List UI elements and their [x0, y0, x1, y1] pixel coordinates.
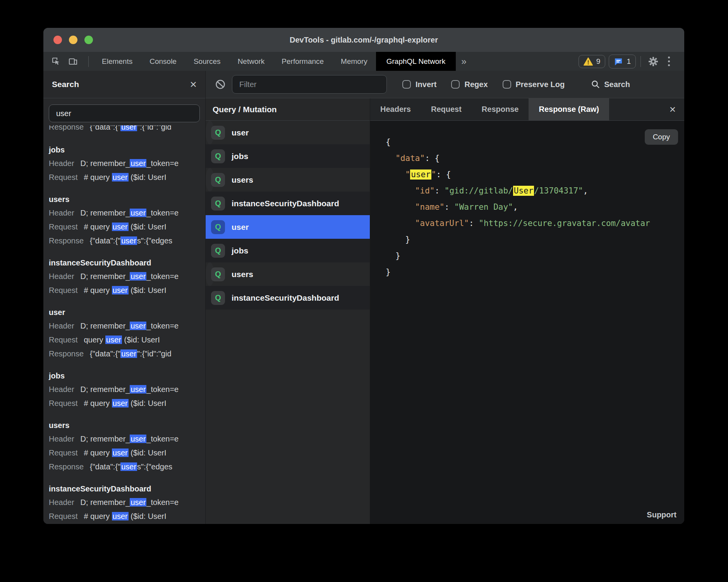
- more-tabs-icon[interactable]: »: [456, 56, 472, 67]
- json-token: "https://secure.gravatar.com/avatar: [479, 219, 650, 228]
- network-section: InvertRegexPreserve Log Search Query / M…: [206, 71, 684, 524]
- result-text: D; remember_: [81, 322, 130, 330]
- search-result-line[interactable]: Request# query user ($id: UserI: [49, 220, 205, 234]
- search-pane-close-icon[interactable]: ×: [190, 79, 197, 90]
- inspect-element-icon[interactable]: [50, 55, 63, 68]
- query-row-user[interactable]: Quser: [206, 121, 214, 144]
- support-link[interactable]: Support: [647, 510, 676, 519]
- search-result-line[interactable]: Request# query user ($id: UserI: [49, 396, 205, 410]
- query-type-badge: Q: [211, 267, 225, 281]
- query-row-users[interactable]: Qusers: [206, 168, 214, 192]
- json-token: "Warren Day": [454, 202, 513, 212]
- search-result-line[interactable]: Request# query user ($id: UserI: [49, 446, 205, 460]
- search-result-line[interactable]: HeaderD; remember_user_token=e: [49, 206, 205, 220]
- search-match-highlight: user: [130, 209, 146, 217]
- tab-graphql-network[interactable]: GraphQL Network: [376, 52, 456, 71]
- tab-memory[interactable]: Memory: [332, 52, 376, 71]
- tab-console[interactable]: Console: [141, 52, 185, 71]
- details-tab-response-raw[interactable]: Response (Raw): [529, 98, 609, 120]
- result-line-label: Request: [49, 223, 78, 231]
- json-token: }: [386, 251, 400, 260]
- search-result-group-title[interactable]: jobs: [49, 369, 205, 382]
- search-result-line[interactable]: Request# query user ($id: UserI: [49, 509, 205, 523]
- minimize-window-button[interactable]: [69, 36, 77, 44]
- search-match-highlight: user: [130, 498, 146, 507]
- devtools-tabbar: ElementsConsoleSourcesNetworkPerformance…: [43, 52, 684, 71]
- query-row-instancesecuritydashboard[interactable]: QinstanceSecurityDashboard: [206, 192, 370, 215]
- filter-checkboxes: InvertRegexPreserve Log: [402, 80, 579, 89]
- search-result-line[interactable]: Response{"data":{"users":{"edges: [49, 234, 205, 248]
- checkbox-regex-box[interactable]: [451, 80, 460, 89]
- warning-icon: [584, 57, 593, 66]
- search-result-group-title[interactable]: user: [49, 306, 205, 319]
- search-result-line[interactable]: Request# query user ($id: UserI: [49, 283, 205, 297]
- search-result-line[interactable]: Request# query user ($id: UserI: [49, 170, 205, 184]
- checkbox-preserve-log[interactable]: Preserve Log: [503, 80, 565, 89]
- settings-gear-icon[interactable]: [646, 55, 661, 68]
- search-result-group-title[interactable]: instanceSecurityDashboard: [49, 256, 205, 269]
- query-row-label: jobs: [232, 246, 248, 255]
- more-options-icon[interactable]: [661, 55, 676, 68]
- result-text: # query: [84, 286, 112, 294]
- json-token: "avatarUrl": [415, 219, 469, 228]
- search-result-line[interactable]: Response{"data":{"user":{"id":"gid: [49, 125, 205, 134]
- filter-input[interactable]: [232, 75, 387, 94]
- close-window-button[interactable]: [53, 36, 62, 44]
- copy-button[interactable]: Copy: [645, 129, 678, 145]
- query-row-instancesecuritydashboard[interactable]: QinstanceSecurityDashboard: [206, 286, 370, 310]
- search-pane: Search × Response{"data":{"user":{"id":"…: [43, 71, 206, 524]
- checkbox-preserve-log-box[interactable]: [503, 80, 511, 89]
- checkbox-invert-box[interactable]: [402, 80, 411, 89]
- issues-badge[interactable]: 1: [609, 55, 636, 68]
- search-result-line[interactable]: HeaderD; remember_user_token=e: [49, 382, 205, 396]
- window-title: DevTools - gitlab.com/-/graphql-explorer: [290, 36, 438, 45]
- json-line: {: [386, 134, 684, 150]
- details-tab-request[interactable]: Request: [421, 98, 472, 120]
- search-input[interactable]: [49, 104, 200, 122]
- result-text: # query: [84, 512, 112, 520]
- result-text: ($id: UserI: [129, 286, 167, 294]
- result-text: _token=e: [146, 498, 179, 507]
- search-result-line[interactable]: HeaderD; remember_user_token=e: [49, 432, 205, 446]
- maximize-window-button[interactable]: [84, 36, 93, 44]
- details-tab-headers[interactable]: Headers: [370, 98, 421, 120]
- checkbox-invert[interactable]: Invert: [402, 80, 436, 89]
- json-token: ,: [513, 202, 518, 212]
- search-result-line[interactable]: HeaderD; remember_user_token=e: [49, 269, 205, 283]
- response-raw-panel: Copy { "data": { "user": { "id": "gid://…: [370, 121, 684, 524]
- query-row-jobs[interactable]: Qjobs: [206, 239, 370, 262]
- result-text: ($id: UserI: [129, 512, 167, 520]
- search-result-line[interactable]: Requestquery user ($id: UserI: [49, 333, 205, 347]
- warnings-badge[interactable]: 9: [579, 55, 606, 68]
- result-text: ($id: UserI: [129, 448, 167, 457]
- lower-panes: Query / Mutation QuserQjobsQusersQinstan…: [206, 98, 684, 524]
- result-line-label: Header: [49, 209, 74, 217]
- search-result-line[interactable]: Response{"data":{"user":{"id":"gid: [49, 347, 205, 361]
- result-text: # query: [84, 173, 112, 181]
- block-icon[interactable]: [215, 79, 226, 90]
- details-tab-response[interactable]: Response: [472, 98, 529, 120]
- result-line-label: Response: [49, 125, 84, 131]
- device-toolbar-icon[interactable]: [67, 55, 80, 68]
- search-result-group-title[interactable]: users: [49, 193, 205, 206]
- toolbar-search[interactable]: Search: [591, 80, 630, 89]
- search-result-line[interactable]: HeaderD; remember_user_token=e: [49, 319, 205, 333]
- search-result-line[interactable]: HeaderD; remember_user_token=e: [49, 156, 205, 170]
- search-match-highlight: user: [130, 159, 146, 168]
- tab-network[interactable]: Network: [229, 52, 273, 71]
- json-token: :: [469, 219, 479, 228]
- query-row-jobs[interactable]: Qjobs: [206, 144, 370, 168]
- query-row-user[interactable]: Quser: [206, 215, 370, 239]
- search-result-group-title[interactable]: instanceSecurityDashboard: [49, 482, 205, 495]
- checkbox-regex[interactable]: Regex: [451, 80, 488, 89]
- details-close-icon[interactable]: ×: [670, 104, 676, 115]
- json-token: [386, 186, 415, 195]
- tab-sources[interactable]: Sources: [185, 52, 229, 71]
- tab-elements[interactable]: Elements: [93, 52, 141, 71]
- search-result-line[interactable]: HeaderD; remember_user_token=e: [49, 495, 205, 509]
- search-result-line[interactable]: Response{"data":{"users":{"edges: [49, 460, 205, 474]
- query-row-users[interactable]: Qusers: [206, 262, 214, 286]
- search-result-group-title[interactable]: jobs: [49, 143, 205, 156]
- search-result-group-title[interactable]: users: [49, 419, 205, 432]
- tab-performance[interactable]: Performance: [273, 52, 332, 71]
